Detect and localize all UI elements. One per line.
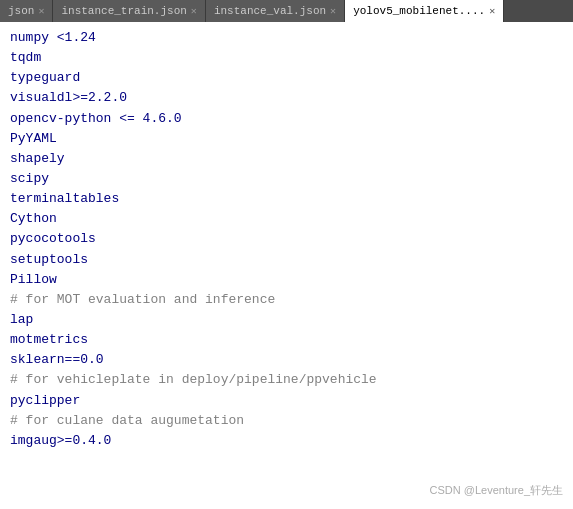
code-line: terminaltables <box>10 189 563 209</box>
tab-yolov5-label: yolov5_mobilenet.... <box>353 5 485 17</box>
code-line: tqdm <box>10 48 563 68</box>
code-line: visualdl>=2.2.0 <box>10 88 563 108</box>
code-line: imgaug>=0.4.0 <box>10 431 563 451</box>
code-line: opencv-python <= 4.6.0 <box>10 109 563 129</box>
tab-yolov5[interactable]: yolov5_mobilenet.... ✕ <box>345 0 504 22</box>
code-line: scipy <box>10 169 563 189</box>
code-area: numpy <1.24tqdmtypeguardvisualdl>=2.2.0o… <box>0 22 573 509</box>
code-line: motmetrics <box>10 330 563 350</box>
watermark: CSDN @Leventure_轩先生 <box>430 482 563 499</box>
code-line: Cython <box>10 209 563 229</box>
code-line: # for vehicleplate in deploy/pipeline/pp… <box>10 370 563 390</box>
tab-json-label: json <box>8 5 34 17</box>
code-line: pycocotools <box>10 229 563 249</box>
code-line: numpy <1.24 <box>10 28 563 48</box>
code-line: setuptools <box>10 250 563 270</box>
tab-yolov5-close[interactable]: ✕ <box>489 5 495 17</box>
tab-instance-val-close[interactable]: ✕ <box>330 5 336 17</box>
code-line: sklearn==0.0 <box>10 350 563 370</box>
tab-instance-val[interactable]: instance_val.json ✕ <box>206 0 345 22</box>
tab-json-close[interactable]: ✕ <box>38 5 44 17</box>
tab-instance-train[interactable]: instance_train.json ✕ <box>53 0 205 22</box>
tab-bar: json ✕ instance_train.json ✕ instance_va… <box>0 0 573 22</box>
code-line: typeguard <box>10 68 563 88</box>
tab-instance-train-close[interactable]: ✕ <box>191 5 197 17</box>
tab-instance-train-label: instance_train.json <box>61 5 186 17</box>
code-line: # for MOT evaluation and inference <box>10 290 563 310</box>
code-line: # for culane data augumetation <box>10 411 563 431</box>
code-line: PyYAML <box>10 129 563 149</box>
tab-instance-val-label: instance_val.json <box>214 5 326 17</box>
code-line: lap <box>10 310 563 330</box>
code-line: pyclipper <box>10 391 563 411</box>
code-line: shapely <box>10 149 563 169</box>
code-line: Pillow <box>10 270 563 290</box>
tab-json[interactable]: json ✕ <box>0 0 53 22</box>
